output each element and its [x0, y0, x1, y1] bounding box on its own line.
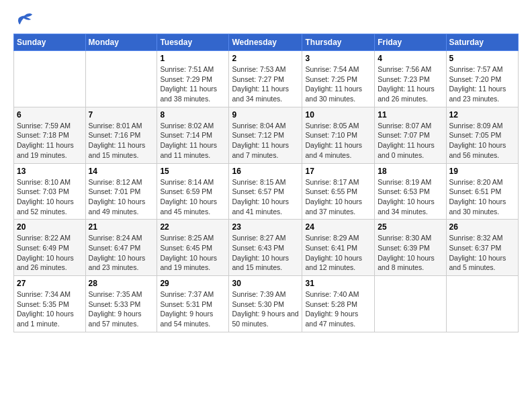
- calendar-cell: 16Sunrise: 8:15 AM Sunset: 6:57 PM Dayli…: [229, 163, 302, 220]
- day-info: Sunrise: 7:34 AM Sunset: 5:35 PM Dayligh…: [17, 289, 83, 329]
- calendar-cell: 4Sunrise: 7:56 AM Sunset: 7:23 PM Daylig…: [375, 51, 446, 107]
- calendar-table: SundayMondayTuesdayWednesdayThursdayFrid…: [13, 34, 519, 332]
- day-info: Sunrise: 8:25 AM Sunset: 6:45 PM Dayligh…: [160, 233, 226, 273]
- day-number: 15: [160, 167, 226, 176]
- page: SundayMondayTuesdayWednesdayThursdayFrid…: [0, 0, 532, 411]
- calendar-cell: 23Sunrise: 8:27 AM Sunset: 6:43 PM Dayli…: [229, 220, 302, 276]
- calendar-cell: 31Sunrise: 7:40 AM Sunset: 5:28 PM Dayli…: [302, 276, 375, 332]
- day-number: 14: [89, 167, 154, 176]
- day-number: 17: [305, 167, 371, 176]
- day-info: Sunrise: 7:57 AM Sunset: 7:20 PM Dayligh…: [449, 64, 515, 104]
- day-number: 28: [89, 279, 154, 288]
- calendar-cell: 27Sunrise: 7:34 AM Sunset: 5:35 PM Dayli…: [14, 276, 86, 332]
- calendar-cell: 5Sunrise: 7:57 AM Sunset: 7:20 PM Daylig…: [446, 51, 518, 107]
- day-number: 18: [378, 167, 443, 176]
- logo-bird-icon: [15, 11, 34, 30]
- day-number: 19: [449, 167, 515, 176]
- day-number: 10: [305, 110, 371, 120]
- day-info: Sunrise: 7:40 AM Sunset: 5:28 PM Dayligh…: [305, 289, 371, 329]
- calendar-cell: 26Sunrise: 8:32 AM Sunset: 6:37 PM Dayli…: [446, 220, 518, 276]
- day-info: Sunrise: 8:09 AM Sunset: 7:05 PM Dayligh…: [449, 121, 515, 161]
- day-info: Sunrise: 8:17 AM Sunset: 6:55 PM Dayligh…: [305, 177, 371, 217]
- day-info: Sunrise: 7:53 AM Sunset: 7:27 PM Dayligh…: [232, 64, 299, 104]
- day-number: 25: [378, 222, 443, 232]
- day-info: Sunrise: 8:19 AM Sunset: 6:53 PM Dayligh…: [378, 177, 443, 217]
- day-info: Sunrise: 8:15 AM Sunset: 6:57 PM Dayligh…: [232, 177, 299, 217]
- day-number: 30: [232, 279, 299, 288]
- day-info: Sunrise: 7:35 AM Sunset: 5:33 PM Dayligh…: [89, 289, 154, 329]
- day-info: Sunrise: 8:27 AM Sunset: 6:43 PM Dayligh…: [232, 233, 299, 273]
- calendar-cell: 7Sunrise: 8:01 AM Sunset: 7:16 PM Daylig…: [85, 107, 157, 163]
- day-number: 9: [232, 110, 299, 120]
- calendar-cell: [85, 51, 157, 107]
- day-number: 7: [89, 110, 154, 120]
- day-number: 2: [232, 54, 299, 63]
- calendar-cell: 13Sunrise: 8:10 AM Sunset: 7:03 PM Dayli…: [14, 163, 86, 220]
- day-number: 23: [232, 222, 299, 232]
- calendar-cell: 3Sunrise: 7:54 AM Sunset: 7:25 PM Daylig…: [302, 51, 375, 107]
- day-number: 24: [305, 222, 371, 232]
- day-number: 12: [449, 110, 515, 120]
- calendar-cell: 20Sunrise: 8:22 AM Sunset: 6:49 PM Dayli…: [14, 220, 86, 276]
- day-info: Sunrise: 8:32 AM Sunset: 6:37 PM Dayligh…: [449, 233, 515, 273]
- calendar-week-row: 1Sunrise: 7:51 AM Sunset: 7:29 PM Daylig…: [14, 51, 519, 107]
- calendar-cell: 30Sunrise: 7:39 AM Sunset: 5:30 PM Dayli…: [229, 276, 302, 332]
- calendar-week-row: 20Sunrise: 8:22 AM Sunset: 6:49 PM Dayli…: [14, 220, 519, 276]
- day-info: Sunrise: 8:29 AM Sunset: 6:41 PM Dayligh…: [305, 233, 371, 273]
- calendar-cell: 28Sunrise: 7:35 AM Sunset: 5:33 PM Dayli…: [85, 276, 157, 332]
- day-of-week-header: Monday: [85, 34, 157, 51]
- day-number: 4: [378, 54, 443, 63]
- day-number: 29: [160, 279, 226, 288]
- day-number: 11: [378, 110, 443, 120]
- day-info: Sunrise: 8:01 AM Sunset: 7:16 PM Dayligh…: [89, 121, 154, 161]
- calendar-cell: [375, 276, 446, 332]
- day-info: Sunrise: 7:56 AM Sunset: 7:23 PM Dayligh…: [378, 64, 443, 104]
- day-number: 6: [17, 110, 83, 120]
- calendar-cell: 8Sunrise: 8:02 AM Sunset: 7:14 PM Daylig…: [157, 107, 229, 163]
- day-of-week-header: Tuesday: [157, 34, 229, 51]
- calendar-cell: 21Sunrise: 8:24 AM Sunset: 6:47 PM Dayli…: [85, 220, 157, 276]
- day-info: Sunrise: 7:37 AM Sunset: 5:31 PM Dayligh…: [160, 289, 226, 329]
- day-info: Sunrise: 8:24 AM Sunset: 6:47 PM Dayligh…: [89, 233, 154, 273]
- calendar-cell: 25Sunrise: 8:30 AM Sunset: 6:39 PM Dayli…: [375, 220, 446, 276]
- calendar-week-row: 6Sunrise: 7:59 AM Sunset: 7:18 PM Daylig…: [14, 107, 519, 163]
- calendar-cell: 18Sunrise: 8:19 AM Sunset: 6:53 PM Dayli…: [375, 163, 446, 220]
- calendar-cell: 24Sunrise: 8:29 AM Sunset: 6:41 PM Dayli…: [302, 220, 375, 276]
- day-of-week-header: Sunday: [14, 34, 86, 51]
- day-number: 16: [232, 167, 299, 176]
- day-number: 8: [160, 110, 226, 120]
- day-info: Sunrise: 8:07 AM Sunset: 7:07 PM Dayligh…: [378, 121, 443, 161]
- calendar-cell: 17Sunrise: 8:17 AM Sunset: 6:55 PM Dayli…: [302, 163, 375, 220]
- calendar-cell: 22Sunrise: 8:25 AM Sunset: 6:45 PM Dayli…: [157, 220, 229, 276]
- day-of-week-header: Wednesday: [229, 34, 302, 51]
- calendar-week-row: 13Sunrise: 8:10 AM Sunset: 7:03 PM Dayli…: [14, 163, 519, 220]
- day-info: Sunrise: 7:51 AM Sunset: 7:29 PM Dayligh…: [160, 64, 226, 104]
- day-of-week-header: Friday: [375, 34, 446, 51]
- day-number: 27: [17, 279, 83, 288]
- day-info: Sunrise: 8:20 AM Sunset: 6:51 PM Dayligh…: [449, 177, 515, 217]
- day-info: Sunrise: 8:12 AM Sunset: 7:01 PM Dayligh…: [89, 177, 154, 217]
- day-number: 13: [17, 167, 83, 176]
- day-number: 1: [160, 54, 226, 63]
- calendar-cell: 15Sunrise: 8:14 AM Sunset: 6:59 PM Dayli…: [157, 163, 229, 220]
- calendar-cell: [446, 276, 518, 332]
- calendar-cell: 19Sunrise: 8:20 AM Sunset: 6:51 PM Dayli…: [446, 163, 518, 220]
- day-info: Sunrise: 8:22 AM Sunset: 6:49 PM Dayligh…: [17, 233, 83, 273]
- day-info: Sunrise: 8:02 AM Sunset: 7:14 PM Dayligh…: [160, 121, 226, 161]
- logo: [13, 11, 34, 27]
- day-info: Sunrise: 7:39 AM Sunset: 5:30 PM Dayligh…: [232, 289, 299, 329]
- day-number: 5: [449, 54, 515, 63]
- calendar-cell: 1Sunrise: 7:51 AM Sunset: 7:29 PM Daylig…: [157, 51, 229, 107]
- calendar-cell: 6Sunrise: 7:59 AM Sunset: 7:18 PM Daylig…: [14, 107, 86, 163]
- day-number: 31: [305, 279, 371, 288]
- day-info: Sunrise: 8:05 AM Sunset: 7:10 PM Dayligh…: [305, 121, 371, 161]
- calendar-cell: 9Sunrise: 8:04 AM Sunset: 7:12 PM Daylig…: [229, 107, 302, 163]
- day-info: Sunrise: 8:30 AM Sunset: 6:39 PM Dayligh…: [378, 233, 443, 273]
- header: [13, 11, 519, 27]
- day-of-week-header: Thursday: [302, 34, 375, 51]
- calendar-week-row: 27Sunrise: 7:34 AM Sunset: 5:35 PM Dayli…: [14, 276, 519, 332]
- day-number: 3: [305, 54, 371, 63]
- calendar-cell: 11Sunrise: 8:07 AM Sunset: 7:07 PM Dayli…: [375, 107, 446, 163]
- calendar-cell: 2Sunrise: 7:53 AM Sunset: 7:27 PM Daylig…: [229, 51, 302, 107]
- day-info: Sunrise: 8:14 AM Sunset: 6:59 PM Dayligh…: [160, 177, 226, 217]
